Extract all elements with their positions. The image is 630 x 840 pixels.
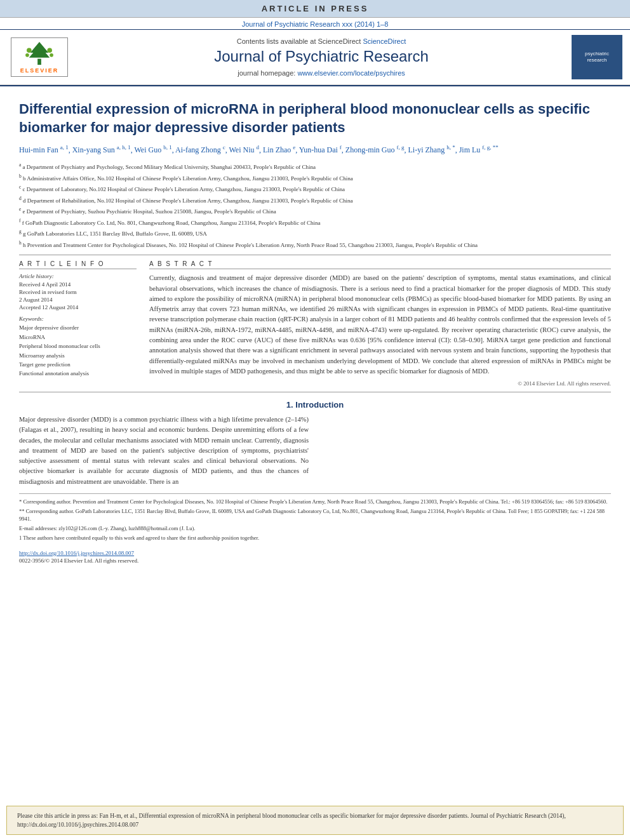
keywords-label: Keywords: (19, 316, 137, 322)
affiliations: a a Department of Psychiatry and Psychol… (19, 161, 611, 250)
article-info-abstract-section: A R T I C L E I N F O Article history: R… (19, 260, 611, 387)
footnote-note1: 1 These authors have contributed equally… (19, 534, 611, 542)
footnote-star2: ** Corresponding author. GoPath Laborato… (19, 507, 611, 524)
affil-b: b b Administrative Affairs Office, No.10… (19, 173, 611, 183)
affil-d: d d Department of Rehabilitation, No.102… (19, 195, 611, 206)
keyword-5: Target gene prediction (19, 360, 137, 369)
intro-left-col: Major depressive disorder (MDD) is a com… (19, 415, 309, 487)
svg-point-4 (47, 48, 52, 53)
authors-line: Hui-min Fan a, 1, Xin-yang Sun a, h, 1, … (19, 143, 611, 156)
keyword-3: Peripheral blood mononuclear cells (19, 342, 137, 350)
copyright-line: © 2014 Elsevier Ltd. All rights reserved… (149, 380, 611, 387)
keyword-1: Major depressive disorder (19, 323, 137, 332)
article-info-column: A R T I C L E I N F O Article history: R… (19, 260, 137, 387)
introduction-heading: 1. Introduction (19, 400, 611, 410)
journal-title-main: Journal of Psychiatric Research (71, 48, 572, 65)
affil-c: c c Department of Laboratory, No.102 Hos… (19, 183, 611, 194)
banner-text: ARTICLE IN PRESS (262, 4, 369, 13)
issn-line: 0022-3956/© 2014 Elsevier Ltd. All right… (19, 557, 611, 564)
elsevier-tree-icon (23, 41, 55, 66)
accepted-date: Accepted 12 August 2014 (19, 304, 137, 310)
psychiatric-research-logo: psychiatricresearch (572, 35, 622, 79)
doi-link[interactable]: http://dx.doi.org/10.1016/j.jpsychires.2… (19, 550, 134, 556)
elsevier-logo: ELSEVIER (8, 37, 71, 77)
svg-point-6 (50, 53, 53, 57)
abstract-heading: A B S T R A C T (149, 260, 611, 269)
citation-banner: Please cite this article in press as: Fa… (6, 806, 624, 836)
footnote-area: * Corresponding author. Prevention and T… (19, 493, 611, 564)
article-history-label: Article history: (19, 273, 137, 279)
received-date: Received 4 April 2014 (19, 281, 137, 288)
svg-point-3 (27, 48, 32, 53)
svg-point-5 (25, 53, 29, 57)
affil-f: f f GoPath Diagnostic Laboratory Co. Ltd… (19, 217, 611, 228)
abstract-column: A B S T R A C T Currently, diagnosis and… (149, 260, 611, 387)
keywords-list: Major depressive disorder MicroRNA Perip… (19, 323, 137, 378)
received-revised-label: Received in revised form (19, 289, 137, 295)
keyword-6: Functional annotation analysis (19, 369, 137, 378)
intro-right-col (321, 415, 611, 487)
article-in-press-banner: ARTICLE IN PRESS (0, 0, 630, 18)
svg-rect-0 (37, 59, 41, 65)
keyword-2: MicroRNA (19, 333, 137, 342)
abstract-text: Currently, diagnosis and treatment of ma… (149, 273, 611, 377)
page-wrapper: ARTICLE IN PRESS Journal of Psychiatric … (0, 0, 630, 840)
divider-affiliations (19, 255, 611, 255)
journal-ref-line: Journal of Psychiatric Research xxx (201… (0, 18, 630, 29)
received-revised-date: 2 August 2014 (19, 297, 137, 303)
divider-abstract (19, 392, 611, 392)
journal-center-info: Contents lists available at ScienceDirec… (71, 37, 572, 77)
homepage-line: journal homepage: www.elsevier.com/locat… (71, 69, 572, 77)
authors-text: Hui-min Fan a, 1, Xin-yang Sun a, h, 1, … (19, 145, 499, 154)
affil-g: g g GoPath Laboratories LLC, 1351 Barcla… (19, 228, 611, 239)
main-content: Differential expression of microRNA in p… (0, 86, 630, 801)
introduction-section: Major depressive disorder (MDD) is a com… (19, 415, 611, 487)
affil-a: a a Department of Psychiatry and Psychol… (19, 161, 611, 172)
journal-title-row: ELSEVIER Contents lists available at Sci… (0, 29, 630, 85)
footnote-email: E-mail addresses: zly102@126.com (L-y. Z… (19, 524, 611, 533)
homepage-url[interactable]: www.elsevier.com/locate/psychires (297, 69, 405, 77)
journal-header: Journal of Psychiatric Research xxx (201… (0, 18, 630, 86)
affil-h: h h Prevention and Treatment Center for … (19, 239, 611, 250)
article-title: Differential expression of microRNA in p… (19, 100, 611, 137)
elsevier-wordmark: ELSEVIER (20, 67, 59, 74)
footnote-star1: * Corresponding author. Prevention and T… (19, 498, 611, 506)
article-info-heading: A R T I C L E I N F O (19, 260, 137, 269)
keyword-4: Microarray analysis (19, 351, 137, 360)
contents-line: Contents lists available at ScienceDirec… (71, 37, 572, 45)
affil-e: e e Department of Psychiatry, Suzhou Psy… (19, 206, 611, 217)
intro-body-left: Major depressive disorder (MDD) is a com… (19, 415, 309, 487)
